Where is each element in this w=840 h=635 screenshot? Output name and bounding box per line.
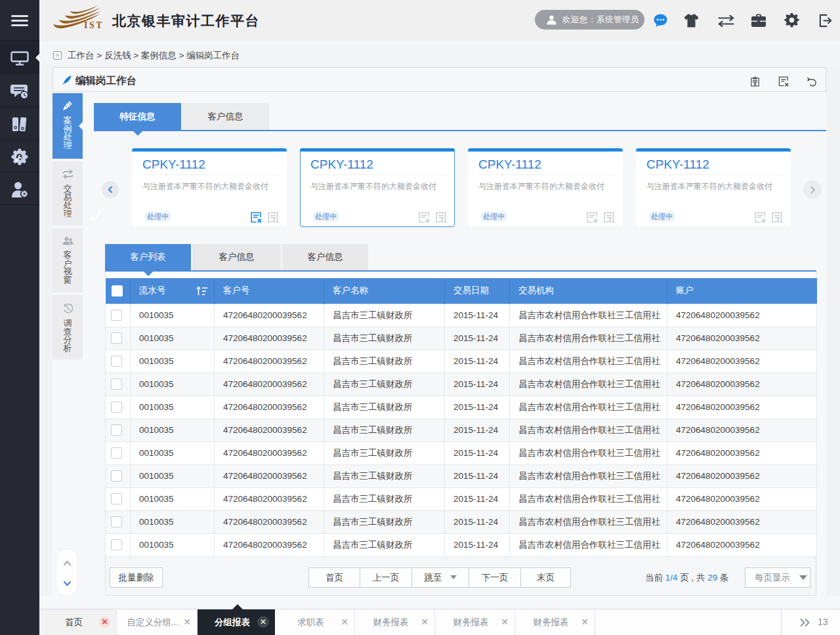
svg-text:IST: IST xyxy=(84,20,104,30)
